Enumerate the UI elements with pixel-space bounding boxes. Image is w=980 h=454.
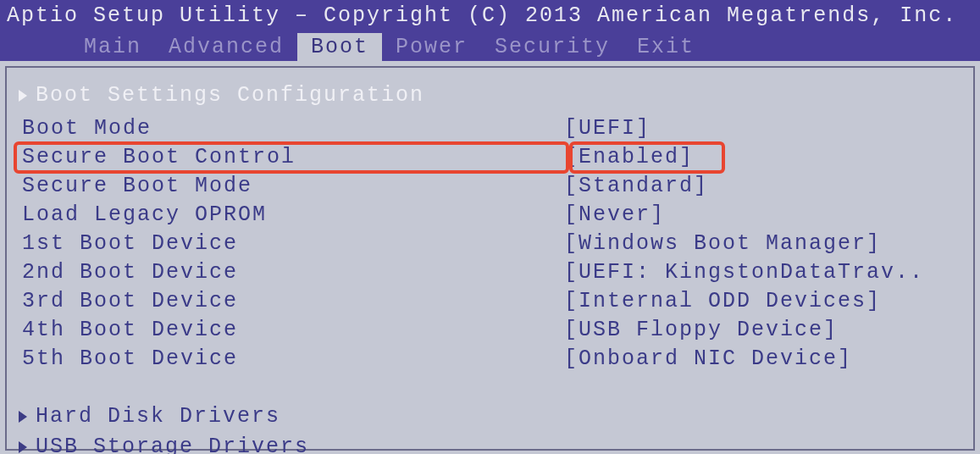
submenu-hard-disk-drivers[interactable]: Hard Disk Drivers — [19, 402, 961, 431]
chevron-right-icon — [19, 90, 27, 102]
setting-value: [Enabled] — [564, 143, 961, 172]
submenu-label: USB Storage Drivers — [36, 433, 309, 454]
bios-header: Aptio Setup Utility – Copyright (C) 2013… — [0, 0, 980, 61]
tab-power[interactable]: Power — [382, 33, 481, 61]
setting-value: [Never] — [564, 201, 961, 230]
setting-value: [UEFI: KingstonDataTrav.. — [564, 258, 961, 287]
setting-value: [USB Floppy Device] — [564, 316, 961, 345]
setting-secure-boot-control[interactable]: Secure Boot Control [Enabled] — [19, 143, 961, 172]
tab-advanced[interactable]: Advanced — [155, 33, 297, 61]
chevron-right-icon — [19, 411, 27, 423]
tab-exit[interactable]: Exit — [623, 33, 708, 61]
tab-boot[interactable]: Boot — [297, 33, 382, 61]
setting-value: [Internal ODD Devices] — [564, 287, 961, 316]
content-panel: Boot Settings Configuration Boot Mode [U… — [5, 66, 975, 451]
section-title-text: Boot Settings Configuration — [36, 83, 424, 108]
setting-1st-boot-device[interactable]: 1st Boot Device [Windows Boot Manager] — [19, 230, 961, 258]
setting-boot-mode[interactable]: Boot Mode [UEFI] — [19, 114, 961, 143]
setting-label: 3rd Boot Device — [22, 287, 564, 316]
spacer — [19, 374, 961, 401]
setting-4th-boot-device[interactable]: 4th Boot Device [USB Floppy Device] — [19, 316, 961, 345]
submenu-usb-storage-drivers[interactable]: USB Storage Drivers — [19, 433, 961, 454]
setting-value: [UEFI] — [564, 114, 961, 143]
setting-3rd-boot-device[interactable]: 3rd Boot Device [Internal ODD Devices] — [19, 287, 961, 316]
setting-label: 4th Boot Device — [22, 316, 564, 345]
setting-label: Secure Boot Mode — [22, 172, 564, 201]
header-title: Aptio Setup Utility – Copyright (C) 2013… — [7, 3, 973, 28]
setting-label: 5th Boot Device — [22, 345, 564, 374]
setting-label: Load Legacy OPROM — [22, 201, 564, 230]
setting-label: 1st Boot Device — [22, 230, 564, 258]
section-title: Boot Settings Configuration — [19, 83, 961, 108]
setting-value: [Windows Boot Manager] — [564, 230, 961, 258]
setting-value: [Standard] — [564, 172, 961, 201]
setting-label: Boot Mode — [22, 114, 564, 143]
setting-label: 2nd Boot Device — [22, 258, 564, 287]
tab-bar: Main Advanced Boot Power Security Exit — [7, 33, 973, 61]
chevron-right-icon — [19, 441, 27, 453]
setting-label: Secure Boot Control — [22, 143, 564, 172]
submenu-label: Hard Disk Drivers — [36, 402, 280, 431]
setting-5th-boot-device[interactable]: 5th Boot Device [Onboard NIC Device] — [19, 345, 961, 374]
setting-load-legacy-oprom[interactable]: Load Legacy OPROM [Never] — [19, 201, 961, 230]
tab-main[interactable]: Main — [70, 33, 155, 61]
tab-security[interactable]: Security — [481, 33, 623, 61]
setting-2nd-boot-device[interactable]: 2nd Boot Device [UEFI: KingstonDataTrav.… — [19, 258, 961, 287]
setting-secure-boot-mode[interactable]: Secure Boot Mode [Standard] — [19, 172, 961, 201]
setting-value: [Onboard NIC Device] — [564, 345, 961, 374]
